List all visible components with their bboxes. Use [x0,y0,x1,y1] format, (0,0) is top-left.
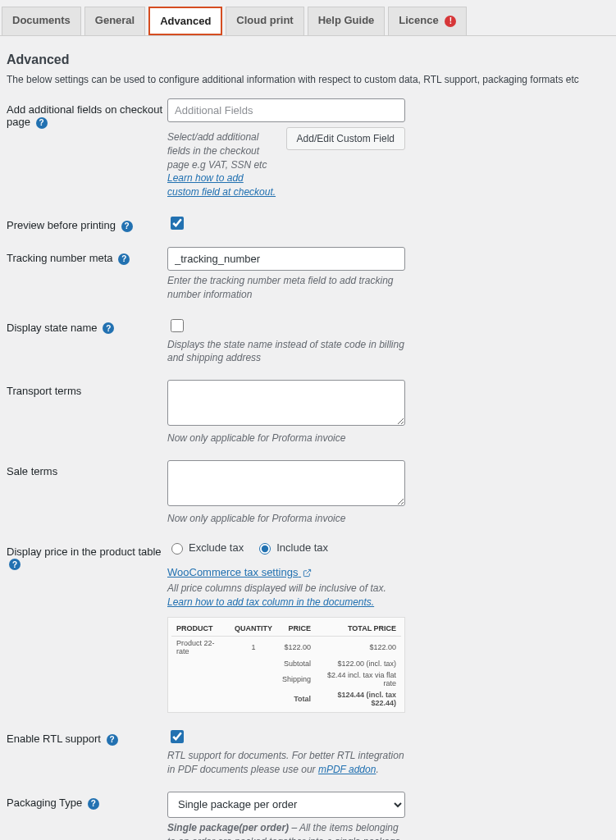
totals-row-subtotal: Subtotal $122.00 (incl. tax) [171,658,401,669]
svg-line-0 [307,569,311,573]
radio-include-tax[interactable] [259,543,271,555]
control-packaging: Single package per order Single package(… [167,792,405,840]
tab-documents[interactable]: Documents [2,7,81,35]
add-fields-desc: Select/add additional fields in the chec… [167,130,278,199]
transport-textarea[interactable] [167,380,405,426]
label-sale: Sale terms [7,460,167,477]
label-price: Display price in the product table ? [7,541,167,571]
label-preview: Preview before printing ? [7,214,167,232]
transport-desc: Now only applicable for Proforma invoice [167,431,405,445]
preview-checkbox[interactable] [171,217,184,230]
packaging-select[interactable]: Single package per order [167,792,405,818]
control-sale: Now only applicable for Proforma invoice [167,460,405,526]
rtl-desc: RTL support for documents. For better RT… [167,749,405,777]
external-link-icon [303,568,312,578]
row-preview: Preview before printing ? [7,214,609,232]
sale-desc: Now only applicable for Proforma invoice [167,512,405,526]
add-edit-custom-field-button[interactable]: Add/Edit Custom Field [286,127,405,150]
tab-general[interactable]: General [84,7,145,35]
radio-include-tax-label[interactable]: Include tax [255,541,328,555]
table-row: Product 22-rate 1 $122.00 $122.00 [171,637,401,659]
add-fields-desc-text: Select/add additional fields in the chec… [167,131,267,171]
totals-row-shipping: Shipping $2.44 incl. tax via flat rate [171,669,401,689]
help-icon[interactable]: ? [107,734,118,746]
warning-icon: ! [445,16,456,27]
totals-row-total: Total $124.44 (incl. tax $22.44) [171,689,401,709]
row-price: Display price in the product table ? Exc… [7,541,609,714]
price-learn-link[interactable]: Learn how to add tax column in the docum… [167,596,374,608]
label-packaging: Packaging Type ? [7,792,167,810]
help-icon[interactable]: ? [118,253,130,265]
tab-advanced[interactable]: Advanced [148,7,222,35]
row-packaging: Packaging Type ? Single package per orde… [7,792,609,840]
tabs-bar: Documents General Advanced Cloud print H… [0,0,616,36]
rtl-checkbox[interactable] [171,730,184,743]
col-price: PRICE [277,621,316,637]
tracking-input[interactable] [167,247,405,271]
label-state: Display state name ? [7,317,167,335]
control-state: Displays the state name instead of state… [167,317,405,366]
help-icon[interactable]: ? [9,559,21,570]
radio-exclude-tax-label[interactable]: Exclude tax [167,541,244,555]
product-table-preview: PRODUCT QUANTITY PRICE TOTAL PRICE Produ… [167,617,405,713]
control-rtl: RTL support for documents. For better RT… [167,728,405,777]
sale-textarea[interactable] [167,460,405,506]
mpdf-addon-link[interactable]: mPDF addon [318,764,376,775]
help-icon[interactable]: ? [121,221,133,232]
control-tracking: Enter the tracking number meta field to … [167,247,405,302]
page-intro: The below settings can be used to config… [7,74,609,85]
row-add-fields: Add additional fields on checkout page ?… [7,98,609,199]
page-title: Advanced [7,52,609,67]
col-product: PRODUCT [171,621,230,637]
control-preview [167,214,405,232]
control-transport: Now only applicable for Proforma invoice [167,380,405,445]
col-total-price: TOTAL PRICE [316,621,401,637]
add-fields-learn-link[interactable]: Learn how to add custom field at checkou… [167,172,276,198]
state-checkbox[interactable] [171,319,184,332]
content-panel: Advanced The below settings can be used … [0,36,616,840]
additional-fields-input[interactable] [167,98,405,122]
tab-cloud-print[interactable]: Cloud print [226,7,303,35]
product-table: PRODUCT QUANTITY PRICE TOTAL PRICE Produ… [171,621,401,709]
col-quantity: QUANTITY [230,621,277,637]
tab-help-guide[interactable]: Help Guide [308,7,386,35]
control-add-fields: Select/add additional fields in the chec… [167,98,405,199]
label-tracking: Tracking number meta ? [7,247,167,265]
label-transport: Transport terms [7,380,167,397]
radio-exclude-tax[interactable] [171,543,183,555]
tracking-desc: Enter the tracking number meta field to … [167,274,405,302]
row-sale: Sale terms Now only applicable for Profo… [7,460,609,526]
state-desc: Displays the state name instead of state… [167,338,405,366]
label-add-fields: Add additional fields on checkout page ? [7,98,167,129]
help-icon[interactable]: ? [88,798,99,810]
woocommerce-tax-settings-link[interactable]: WooCommerce tax settings [167,566,312,578]
radio-exclude-text: Exclude tax [189,541,244,554]
help-icon[interactable]: ? [103,322,114,334]
row-tracking: Tracking number meta ? Enter the trackin… [7,247,609,302]
help-icon[interactable]: ? [36,117,48,129]
radio-include-text: Include tax [276,541,328,554]
price-desc: All price columns displayed will be incl… [167,582,405,609]
row-transport: Transport terms Now only applicable for … [7,380,609,445]
tab-licence[interactable]: Licence ! [388,7,467,35]
packaging-desc: Single package(per order) – All the item… [167,821,405,840]
row-rtl: Enable RTL support ? RTL support for doc… [7,728,609,777]
row-state: Display state name ? Displays the state … [7,317,609,366]
control-price: Exclude tax Include tax WooCommerce tax … [167,541,405,714]
label-rtl: Enable RTL support ? [7,728,167,746]
tab-licence-label: Licence [399,14,438,26]
